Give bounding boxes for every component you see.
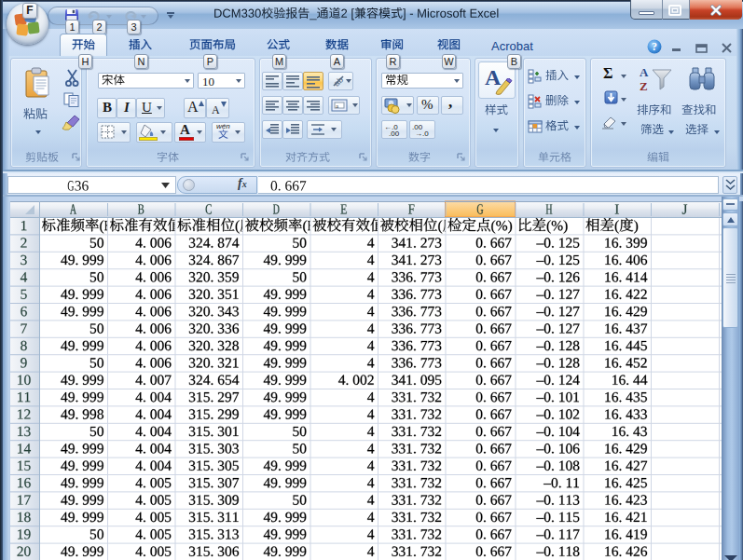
svg-text:.00: .00 <box>389 130 400 137</box>
svg-text:→.0: →.0 <box>415 130 429 137</box>
svg-text:?: ? <box>652 40 657 53</box>
